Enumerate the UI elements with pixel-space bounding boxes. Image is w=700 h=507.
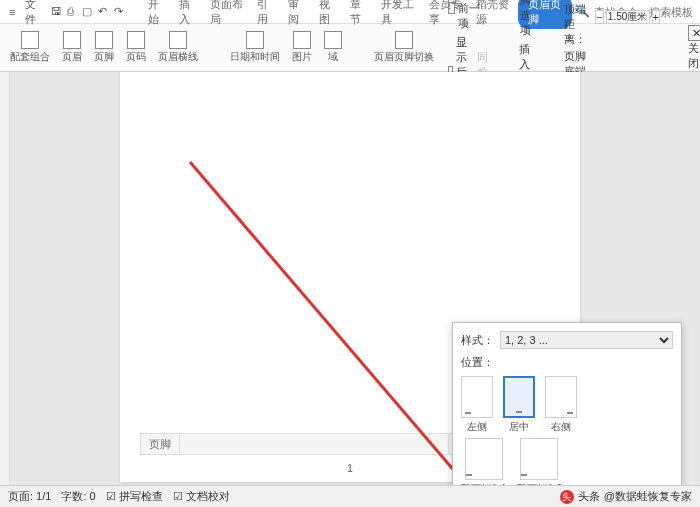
rb-combo[interactable]: 配套组合 xyxy=(6,29,54,66)
status-page[interactable]: 页面: 1/1 xyxy=(8,489,51,504)
rb-footer[interactable]: 页脚 xyxy=(90,29,118,66)
tab-review[interactable]: 审阅 xyxy=(282,0,311,29)
status-words[interactable]: 字数: 0 xyxy=(61,489,95,504)
top-dist-input[interactable] xyxy=(606,10,650,24)
spin-plus[interactable]: + xyxy=(652,10,660,24)
style-select[interactable]: 1, 2, 3 ... xyxy=(500,331,673,349)
menu-tabs: 开始 插入 页面布局 引用 审阅 视图 章节 开发工具 会员专享 稻壳资源 页眉… xyxy=(142,0,572,29)
watermark-brand: 头条 xyxy=(578,489,600,504)
close-hf[interactable]: ✕ 关闭 xyxy=(688,25,700,71)
rb-image[interactable]: 图片 xyxy=(288,29,316,66)
save-icon[interactable]: 🖫 xyxy=(51,5,63,19)
file-menu[interactable]: 文件 xyxy=(22,0,46,28)
toutiao-logo-icon: 头 xyxy=(560,490,574,504)
status-proof[interactable]: ☑ 文档校对 xyxy=(173,489,230,504)
left-panel xyxy=(0,72,10,485)
pos-center[interactable]: 居中 xyxy=(503,376,535,434)
print-icon[interactable]: ⎙ xyxy=(67,5,79,19)
document-area: 1 样式： 1, 2, 3 ... 位置： 左侧 居中 右侧 双面打印1 双面打… xyxy=(10,72,700,485)
pagenum-settings-popup: 样式： 1, 2, 3 ... 位置： 左侧 居中 右侧 双面打印1 双面打印2… xyxy=(452,322,682,485)
ribbon: 配套组合 页眉 页脚 页码 页眉横线 日期和时间 图片 域 页眉页脚切换 显示前… xyxy=(0,24,700,72)
rb-pagenum[interactable]: 页码 xyxy=(122,29,150,66)
tab-view[interactable]: 视图 xyxy=(313,0,342,29)
status-bar: 页面: 1/1 字数: 0 ☑ 拼写检查 ☑ 文档校对 头 头条 @数据蛙恢复专… xyxy=(0,485,700,507)
position-label: 位置： xyxy=(461,355,494,370)
header-top-dist: 页眉顶端距离： − + xyxy=(562,0,660,47)
hamburger-icon[interactable]: ≡ xyxy=(6,5,18,19)
redo-icon[interactable]: ↷ xyxy=(114,5,126,19)
tab-reference[interactable]: 引用 xyxy=(251,0,280,29)
pos-left[interactable]: 左侧 xyxy=(461,376,493,434)
status-spell[interactable]: ☑ 拼写检查 xyxy=(106,489,163,504)
spin-minus[interactable]: − xyxy=(595,10,603,24)
rb-field[interactable]: 域 xyxy=(320,29,346,66)
tab-dev[interactable]: 开发工具 xyxy=(375,0,421,29)
tab-section[interactable]: 章节 xyxy=(344,0,373,29)
watermark-user: @数据蛙恢复专家 xyxy=(604,489,692,504)
pos-duplex2[interactable]: 双面打印2 xyxy=(517,438,563,485)
preview-icon[interactable]: ▢ xyxy=(82,5,94,19)
rb-show-prev[interactable]: 显示前一项 xyxy=(448,0,488,32)
tab-insert[interactable]: 插入 xyxy=(173,0,202,29)
rb-hline[interactable]: 页眉横线 xyxy=(154,29,202,66)
watermark: 头 头条 @数据蛙恢复专家 xyxy=(560,489,692,504)
page-number-field[interactable]: 1 xyxy=(347,463,353,474)
rb-switch[interactable]: 页眉页脚切换 xyxy=(370,29,438,66)
pos-duplex1[interactable]: 双面打印1 xyxy=(461,438,507,485)
footer-region-label: 页脚 xyxy=(141,434,180,454)
close-icon: ✕ xyxy=(688,25,700,41)
rb-header[interactable]: 页眉 xyxy=(58,29,86,66)
undo-icon[interactable]: ↶ xyxy=(98,5,110,19)
rb-datetime[interactable]: 日期和时间 xyxy=(226,29,284,66)
style-label: 样式： xyxy=(461,333,494,348)
pos-right[interactable]: 右侧 xyxy=(545,376,577,434)
rb-hf-options[interactable]: 页眉页脚选项 xyxy=(512,0,538,39)
tab-layout[interactable]: 页面布局 xyxy=(204,0,250,29)
tab-start[interactable]: 开始 xyxy=(142,0,171,29)
